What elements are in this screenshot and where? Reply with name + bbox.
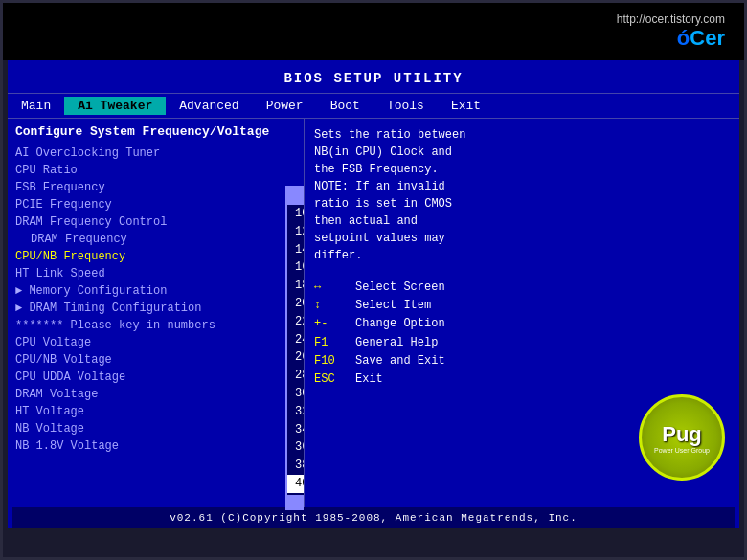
menu-exit[interactable]: Exit <box>438 97 494 115</box>
key-row-screen: ↔ Select Screen <box>314 279 730 297</box>
entry-dram-timing-config[interactable]: ► DRAM Timing Configuration <box>15 300 296 317</box>
dropdown-item-1000[interactable]: 1000MHz <box>287 205 305 223</box>
key-desc-f1: General Help <box>355 334 438 352</box>
pug-sub-text: Power User Group <box>654 447 710 454</box>
menu-bar: Main Ai Tweaker Advanced Power Boot Tool… <box>8 93 739 119</box>
ocer-logo: óCer <box>617 26 725 51</box>
menu-ai-tweaker[interactable]: Ai Tweaker <box>64 97 166 115</box>
dropdown-item-3000[interactable]: 3000MHz * <box>287 385 305 403</box>
entry-pcie-frequency[interactable]: PCIE Frequency <box>15 196 296 213</box>
dropdown-item-2800[interactable]: 2800MHz <box>287 367 305 385</box>
key-help: ↔ Select Screen ↕ Select Item +- Change … <box>314 279 730 389</box>
entry-cpu-voltage[interactable]: CPU Voltage <box>15 334 296 351</box>
entry-cpu-ratio[interactable]: CPU Ratio <box>15 162 296 179</box>
key-sym-f1: F1 <box>314 334 348 352</box>
dropdown-item-4000[interactable]: 4000MHz <box>287 475 305 493</box>
key-desc-esc: Exit <box>355 370 383 389</box>
bios-title-bar: BIOS SETUP UTILITY <box>8 60 739 93</box>
entry-ai-overclocking-tuner[interactable]: AI Overclocking Tuner <box>15 145 296 162</box>
entry-cpu-nb-frequency[interactable]: CPU/NB Frequency <box>15 248 296 265</box>
key-row-f10: F10 Save and Exit <box>314 352 730 370</box>
pug-watermark: Pug Power User Group <box>639 394 725 481</box>
dropdown-item-2000[interactable]: 2000MHz <box>287 295 305 313</box>
key-sym-f10: F10 <box>314 352 348 370</box>
entry-nb-voltage[interactable]: NB Voltage <box>15 420 296 437</box>
dropdown-item-2600[interactable]: 2600MHz <box>287 348 305 367</box>
dropdown-item-3400[interactable]: 3400MHz <box>287 421 305 439</box>
menu-advanced[interactable]: Advanced <box>166 97 252 115</box>
menu-tools[interactable]: Tools <box>374 97 438 115</box>
dropdown-title: Options <box>287 188 305 205</box>
dropdown-item-2200[interactable]: 2200MHz <box>287 313 305 331</box>
key-row-f1: F1 General Help <box>314 334 730 352</box>
key-row-change: +- Change Option <box>314 315 730 333</box>
entry-memory-config[interactable]: ► Memory Configuration <box>15 282 296 300</box>
top-bar: http://ocer.tistory.com óCer <box>3 3 744 60</box>
key-row-item: ↕ Select Item <box>314 297 730 315</box>
content-area: Configure System Frequency/Voltage AI Ov… <box>8 119 739 510</box>
left-panel: Configure System Frequency/Voltage AI Ov… <box>8 119 305 510</box>
key-desc-change: Change Option <box>355 315 445 333</box>
bios-screen: BIOS SETUP UTILITY Main Ai Tweaker Advan… <box>8 60 739 528</box>
key-row-esc: ESC Exit <box>314 370 730 389</box>
top-bar-content: http://ocer.tistory.com óCer <box>617 12 725 51</box>
entry-dram-freq-control[interactable]: DRAM Frequency Control <box>15 213 296 231</box>
url-text: http://ocer.tistory.com <box>617 12 725 26</box>
entry-cpu-nb-voltage[interactable]: CPU/NB Voltage <box>15 351 296 369</box>
dropdown-current: [Auto] <box>287 495 305 510</box>
section-title: Configure System Frequency/Voltage <box>15 124 296 139</box>
entry-cpu-udda-voltage[interactable]: CPU UDDA Voltage <box>15 369 296 386</box>
key-sym-arrows: ↔ <box>314 279 348 297</box>
pug-logo-text: Pug <box>662 422 702 447</box>
entry-dram-voltage[interactable]: DRAM Voltage <box>15 386 296 403</box>
key-sym-updown: ↕ <box>314 297 348 315</box>
key-desc-screen: Select Screen <box>355 279 445 297</box>
status-bar: v02.61 (C)Copyright 1985-2008, American … <box>12 507 735 528</box>
dropdown-item-3800[interactable]: 3800MHz <box>287 457 305 475</box>
dropdown-item-1800[interactable]: 1800MHz <box>287 277 305 295</box>
key-sym-esc: ESC <box>314 370 348 389</box>
menu-boot[interactable]: Boot <box>317 97 374 115</box>
dropdown-item-3600[interactable]: 3600MHz <box>287 438 305 457</box>
entry-nb-18v-voltage[interactable]: NB 1.8V Voltage <box>15 437 296 455</box>
monitor-frame: http://ocer.tistory.com óCer OR2407W K C… <box>0 0 747 560</box>
bios-title: BIOS SETUP UTILITY <box>8 65 739 90</box>
key-desc-item: Select Item <box>355 297 431 315</box>
status-text: v02.61 (C)Copyright 1985-2008, American … <box>170 512 577 524</box>
menu-power[interactable]: Power <box>253 97 317 115</box>
dropdown-popup: Options 1000MHz 1200MHz 1400MHz 1600MHz … <box>285 186 305 510</box>
help-text: Sets the ratio between NB(in CPU) Clock … <box>314 126 730 264</box>
entry-ht-voltage[interactable]: HT Voltage <box>15 403 296 420</box>
dropdown-item-1200[interactable]: 1200MHz <box>287 223 305 241</box>
key-sym-plusminus: +- <box>314 315 348 333</box>
menu-main[interactable]: Main <box>8 97 64 115</box>
entry-please-key: ******* Please key in numbers <box>15 317 296 334</box>
key-desc-f10: Save and Exit <box>355 352 445 370</box>
dropdown-item-3200[interactable]: 3200MHz <box>287 403 305 421</box>
dropdown-item-1600[interactable]: 1600MHz <box>287 258 305 277</box>
dropdown-item-1400[interactable]: 1400MHz <box>287 241 305 259</box>
dropdown-item-2400[interactable]: 2400MHz <box>287 331 305 349</box>
entry-ht-link-speed[interactable]: HT Link Speed <box>15 265 296 282</box>
entry-fsb-frequency[interactable]: FSB Frequency <box>15 179 296 196</box>
entry-dram-frequency[interactable]: DRAM Frequency <box>15 231 296 248</box>
